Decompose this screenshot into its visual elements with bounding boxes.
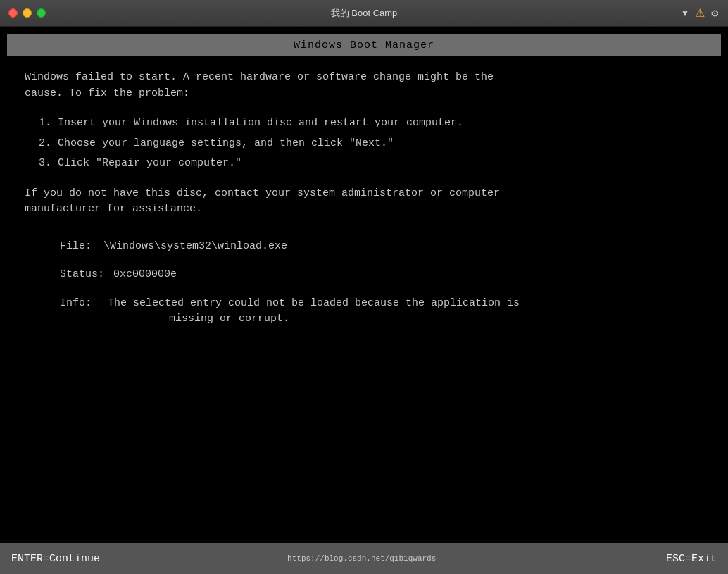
boot-footer: ENTER=Continue https://blog.csdn.net/q1b… <box>0 543 728 574</box>
file-value: \Windows\system32\winload.exe <box>98 240 287 252</box>
esc-exit-label[interactable]: ESC=Exit <box>666 553 717 565</box>
footer-url: https://blog.csdn.net/q1b1qwards_ <box>287 554 441 563</box>
gear-icon[interactable]: ⚙ <box>710 8 720 19</box>
contact-line2: manufacturer for assistance. <box>25 201 703 218</box>
status-info: Status: 0xc000000e <box>25 267 703 283</box>
info-label-row: Info: The selected entry could not be lo… <box>60 296 703 312</box>
enter-continue-label[interactable]: ENTER=Continue <box>11 553 100 565</box>
contact-line1: If you do not have this disc, contact yo… <box>25 186 703 202</box>
boot-manager-header: Windows Boot Manager <box>7 34 721 56</box>
boot-screen: Windows Boot Manager Windows failed to s… <box>0 27 728 574</box>
maximize-button[interactable] <box>37 8 46 18</box>
status-value: 0xc000000e <box>111 268 177 280</box>
steps-section: 1. Insert your Windows installation disc… <box>25 116 703 172</box>
warning-icon: ⚠ <box>695 6 705 20</box>
title-bar-controls: ▼ ⚠ ⚙ <box>681 6 720 20</box>
close-button[interactable] <box>8 8 18 18</box>
step-2: 2. Choose your language settings, and th… <box>39 136 703 152</box>
traffic-lights <box>8 8 46 18</box>
error-description: Windows failed to start. A recent hardwa… <box>25 70 703 101</box>
file-info: File: \Windows\system32\winload.exe <box>25 239 703 255</box>
step-3: 3. Click "Repair your computer." <box>39 156 703 172</box>
boot-manager-title: Windows Boot Manager <box>294 39 434 51</box>
info-label: Info: <box>60 296 102 312</box>
info-value1: The selected entry could not be loaded b… <box>102 296 520 312</box>
file-label: File: <box>60 240 92 252</box>
chevron-down-icon[interactable]: ▼ <box>681 8 689 18</box>
title-bar: 我的 Boot Camp ▼ ⚠ ⚙ <box>0 0 728 27</box>
boot-content: Windows failed to start. A recent hardwa… <box>0 56 728 543</box>
contact-info: If you do not have this disc, contact yo… <box>25 186 703 218</box>
error-line2: cause. To fix the problem: <box>25 86 703 102</box>
window-title: 我的 Boot Camp <box>331 7 398 20</box>
step-1: 1. Insert your Windows installation disc… <box>39 116 703 132</box>
status-label: Status: <box>60 268 104 280</box>
minimize-button[interactable] <box>23 8 32 18</box>
error-line1: Windows failed to start. A recent hardwa… <box>25 70 703 86</box>
info-text: Info: The selected entry could not be lo… <box>25 296 703 327</box>
info-value2: missing or corrupt. <box>60 311 703 327</box>
